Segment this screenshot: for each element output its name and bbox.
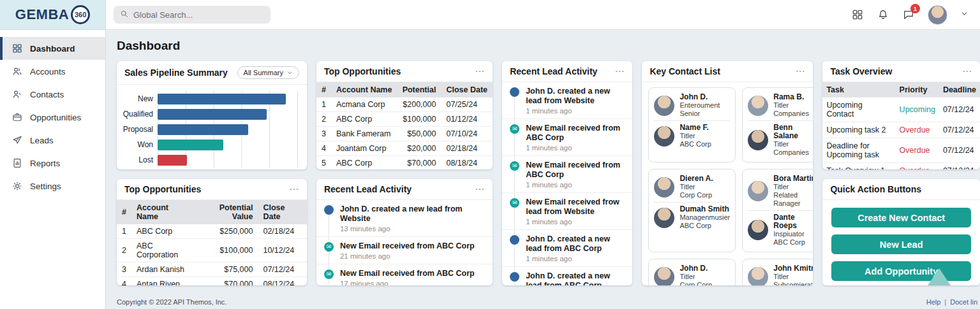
footer-link-help[interactable]: Help — [926, 298, 941, 306]
lead-dot-icon — [510, 272, 519, 282]
contact-item[interactable]: Benn SalaneTitlerCompanies — [748, 120, 813, 159]
chevron-down-icon[interactable] — [960, 9, 969, 20]
card-menu-icon[interactable]: ⋯ — [614, 68, 625, 75]
card-key-contact-list: Key Contact List ⋯ John D.EnteroumentSen… — [642, 61, 813, 285]
chart-x-tick: 400 — [264, 169, 276, 169]
contact-title: Titler — [679, 183, 713, 191]
chart-x-tick: 0 — [156, 169, 160, 169]
apps-grid-icon[interactable] — [851, 8, 864, 21]
app-window: GEMBA 360 DashboardAccountsContactsOppor… — [0, 0, 980, 309]
card-sales-pipeline: Sales Pipeline Summary All Summary NewQu… — [117, 61, 307, 169]
create-new-contact-button[interactable]: Create New Contact — [831, 208, 971, 227]
search-input[interactable] — [133, 10, 265, 20]
sidebar-item-label: Settings — [30, 182, 61, 191]
activity-item: ✉New Email received from ABC Corp17 minu… — [316, 264, 493, 285]
contact-name: Dante Roeps — [773, 213, 813, 230]
sidebar-item-opportunities[interactable]: Opportunities — [0, 106, 105, 129]
contact-group: Bora MartinTitlerRelated RanagerDante Ro… — [742, 169, 813, 252]
email-icon: ✉ — [510, 124, 519, 134]
page-title: Dashboard — [117, 39, 980, 53]
contact-company: Corp Corp — [679, 281, 712, 285]
card-menu-icon[interactable]: ⋯ — [795, 68, 805, 75]
chart-x-tick: 500 — [292, 169, 304, 169]
table-row: Upcoming task 2Overdue07/12/24 — [822, 122, 980, 138]
activity-text: John D. created a new lead from Website — [340, 205, 485, 224]
card-menu-icon[interactable]: ⋯ — [475, 68, 485, 75]
activity-item: John D. created a new lead from ABC Corp… — [502, 267, 632, 285]
search-icon — [119, 9, 129, 21]
activity-item: John D. created a new lead from Website1… — [316, 200, 493, 237]
footer-separator: | — [944, 298, 946, 306]
sidebar-item-settings[interactable]: Settings — [0, 175, 105, 198]
table-row: 5ABC Corp$70,00008/18/24 — [316, 156, 493, 170]
bell-icon[interactable] — [877, 8, 889, 21]
chart-bar-won — [158, 140, 223, 150]
table-row: 1Acmana Corp$200,00007/25/24 — [316, 97, 493, 112]
footer: Copyright © 2022 API Themos, Inc. Help|D… — [117, 298, 980, 306]
contact-title: Titler — [773, 140, 813, 148]
chat-icon[interactable]: 1 — [902, 8, 915, 21]
column-header: Potential Value — [197, 200, 258, 224]
contact-title: Titler — [773, 101, 809, 110]
lead-dot-icon — [510, 87, 519, 97]
contact-item[interactable]: Rama B.TitlerCompanies — [748, 90, 813, 120]
footer-link-docet-lin[interactable]: Docet lin — [950, 298, 977, 306]
column-header: Close Date — [258, 200, 306, 224]
brand-badge: 360 — [71, 5, 90, 24]
card-top-opportunities-2: Top Opportunities ⋯ #Account NamePotenti… — [117, 179, 307, 285]
email-icon: ✉ — [510, 198, 519, 208]
lead-dot-icon — [510, 235, 519, 245]
sidebar-nav: DashboardAccountsContactsOpportunitiesLe… — [0, 30, 105, 198]
activity-time: 1 minutes ago — [526, 107, 625, 115]
activity-text: John D. created a new lead from Website — [526, 87, 625, 106]
contact-item[interactable]: John D.TitlerCorp Corp — [654, 262, 730, 285]
contact-item[interactable]: Bora MartinTitlerRelated Ranager — [748, 172, 813, 210]
contact-group: Rama B.TitlerCompaniesBenn SalaneTitlerC… — [742, 87, 813, 162]
contact-item[interactable]: Dumah SmithManagenmusierABC Corp — [654, 202, 730, 233]
sidebar-item-contacts[interactable]: Contacts — [0, 83, 105, 106]
sidebar-item-leads[interactable]: Leads — [0, 129, 105, 152]
new-lead-button[interactable]: New Lead — [831, 234, 971, 254]
activity-text: New Email received from ABC Corp — [526, 161, 625, 180]
card-menu-icon[interactable]: ⋯ — [289, 186, 299, 192]
card-menu-icon[interactable]: ⋯ — [475, 186, 485, 192]
table-row: Deadline for Upcoming taskOverdue07/12/2… — [822, 138, 980, 163]
column-header: Potential — [397, 82, 442, 97]
contact-title: Managenmusier — [679, 213, 730, 222]
contact-title: Enteroument — [679, 101, 720, 110]
sidebar-item-accounts[interactable]: Accounts — [0, 60, 105, 83]
activity-text: New Email received from ABC Corp — [340, 269, 475, 278]
contact-item[interactable]: John D.EnteroumentSenior — [654, 90, 730, 120]
card-recent-lead-activity-1: Recent Lead Activity ⋯ John D. created a… — [502, 61, 632, 285]
column-header: Task — [822, 82, 895, 97]
activity-item: ✉New Email received frow lead from Websi… — [502, 193, 632, 230]
report-chart-icon — [11, 157, 23, 169]
chart-bar-lost — [158, 155, 187, 166]
pipeline-filter-dropdown[interactable]: All Summary — [237, 66, 299, 79]
sidebar-item-dashboard[interactable]: Dashboard — [0, 37, 105, 60]
card-menu-icon[interactable]: ⋯ — [962, 68, 972, 75]
card-recent-lead-activity-2: Recent Lead Activity ⋯ John D. created a… — [316, 179, 493, 285]
task-priority: Overdue — [896, 163, 939, 170]
global-search[interactable] — [114, 6, 271, 24]
chart-bar-qualified — [158, 109, 267, 120]
activity-text: John D. created a new lead from ABC Corp — [526, 271, 625, 285]
contact-item[interactable]: Dante RoepsInspiuatorABC Corp — [748, 210, 813, 249]
contact-company: Companies — [773, 148, 813, 157]
brand-logo[interactable]: GEMBA 360 — [0, 0, 105, 30]
sidebar-item-reports[interactable]: Reports — [0, 152, 105, 175]
activity-text: New Email received from ABC Corp — [526, 124, 625, 143]
user-avatar[interactable] — [928, 5, 947, 25]
contact-item[interactable]: John KmitnTitlerSuhcomierator — [748, 262, 813, 285]
card-title: Top Opportunities — [324, 66, 401, 76]
column-header: Deadline — [939, 82, 980, 97]
send-icon — [11, 134, 23, 146]
contact-company: Suhcomierator — [773, 281, 813, 285]
task-name: Task Overview 1 — [822, 163, 895, 170]
activity-text: John D. created a new lead from ABC Corp — [526, 234, 625, 254]
contact-item[interactable]: Name F.TitlerABC Corp — [654, 120, 730, 151]
activity-time: 1 minutes ago — [526, 218, 625, 226]
main-area: 1 Dashboard Sales Pipeline Summary — [106, 0, 980, 309]
task-deadline: 07/12/24 — [939, 138, 980, 163]
contact-item[interactable]: Dieren A.TitlerCorp Corp — [654, 172, 730, 202]
